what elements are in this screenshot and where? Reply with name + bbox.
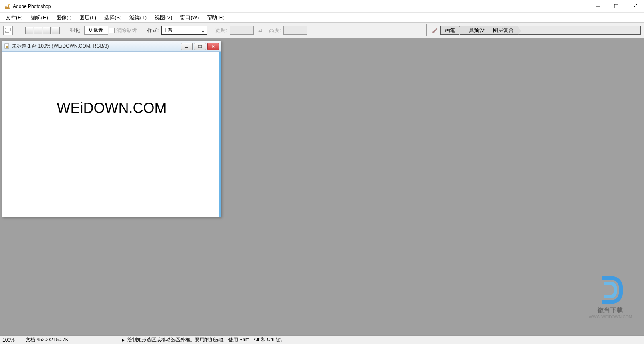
antialias-label: 消除锯齿 [116,27,137,34]
status-hint: ▶ 绘制矩形选区或移动选区外框。要用附加选项，使用 Shift、Alt 和 Ct… [119,336,288,344]
palette-well-icon[interactable] [430,26,440,35]
menu-help[interactable]: 帮助(H) [203,13,228,22]
palette-tab-tool-presets[interactable]: 工具预设 [460,26,489,34]
app-icon [4,3,10,10]
palette-well-tabs: 画笔 工具预设 图层复合 [440,26,641,35]
menu-window[interactable]: 窗口(W) [176,13,203,22]
marquee-tool-icon[interactable] [3,26,13,35]
statusbar: 100% 文档:452.2K/150.7K ▶ 绘制矩形选区或移动选区外框。要用… [0,335,644,344]
watermark-logo-icon [592,272,628,308]
divider [426,24,427,36]
svg-point-0 [8,4,10,5]
antialias-checkbox: 消除锯齿 [109,27,137,34]
divider [21,25,21,36]
document-canvas[interactable]: WEiDOWN.COM [2,52,221,217]
menu-image[interactable]: 图像(I) [52,13,75,22]
document-controls [181,43,219,50]
watermark: 微当下载 WWW.WEIDOWN.COM [589,272,632,319]
palette-tab-layer-comps[interactable]: 图层复合 [489,26,518,34]
optionsbar: ▾ 羽化: 消除锯齿 样式: 正常 ⌄ 宽度: ⇄ 高度: 画笔 工具预设 图层… [0,23,644,38]
svg-rect-7 [6,46,8,48]
svg-rect-5 [6,28,10,33]
maximize-button[interactable] [607,0,626,12]
status-doc-info[interactable]: 文档:452.2K/150.7K [23,336,119,344]
width-label: 宽度: [215,27,227,34]
workspace: 未标题-1 @ 100% (WEiDOWN.COM, RGB/8) WEiDOW… [0,38,644,335]
menubar: 文件(F) 编辑(E) 图像(I) 图层(L) 选择(S) 滤镜(T) 视图(V… [0,13,644,23]
document-icon [4,43,10,50]
minimize-button[interactable] [589,0,607,12]
doc-minimize-button[interactable] [181,43,193,50]
feather-label: 羽化: [70,27,82,34]
menu-layer[interactable]: 图层(L) [75,13,100,22]
height-label: 高度: [269,27,281,34]
menu-file[interactable]: 文件(F) [2,13,27,22]
chevron-down-icon: ⌄ [201,28,205,33]
checkbox-icon [109,28,115,33]
tool-dropdown-icon[interactable]: ▾ [15,28,17,32]
document-window[interactable]: 未标题-1 @ 100% (WEiDOWN.COM, RGB/8) WEiDOW… [2,41,221,217]
style-select[interactable]: 正常 ⌄ [161,26,207,35]
selection-add-button[interactable] [34,27,42,34]
close-button[interactable] [626,0,644,12]
optionsbar-right: 画笔 工具预设 图层复合 [424,24,641,36]
app-title: Adobe Photoshop [13,4,589,9]
canvas-text: WEiDOWN.COM [57,100,167,117]
doc-close-button[interactable] [207,43,219,50]
document-titlebar[interactable]: 未标题-1 @ 100% (WEiDOWN.COM, RGB/8) [2,41,221,52]
height-input [283,26,307,35]
style-label: 样式: [147,27,159,34]
menu-edit[interactable]: 编辑(E) [27,13,52,22]
window-controls [589,0,644,12]
selection-new-button[interactable] [25,27,33,34]
vertical-scrollbar[interactable] [219,52,221,217]
menu-view[interactable]: 视图(V) [151,13,176,22]
swap-icon: ⇄ [257,27,264,34]
svg-rect-9 [198,45,202,48]
titlebar: Adobe Photoshop [0,0,644,13]
selection-mode-group [25,27,60,34]
menu-select[interactable]: 选择(S) [100,13,125,22]
selection-intersect-button[interactable] [52,27,60,34]
doc-maximize-button[interactable] [194,43,206,50]
arrow-icon: ▶ [122,338,125,342]
menu-filter[interactable]: 滤镜(T) [125,13,151,22]
status-zoom[interactable]: 100% [0,336,23,344]
document-title: 未标题-1 @ 100% (WEiDOWN.COM, RGB/8) [12,43,181,50]
width-input [230,26,254,35]
watermark-url: WWW.WEIDOWN.COM [589,315,632,319]
palette-tab-brushes[interactable]: 画笔 [441,26,460,34]
divider [141,25,141,36]
style-value: 正常 [163,27,173,34]
divider [64,25,64,36]
feather-input[interactable] [84,26,108,35]
status-hint-text: 绘制矩形选区或移动选区外框。要用附加选项，使用 Shift、Alt 和 Ctrl… [127,336,285,343]
selection-subtract-button[interactable] [43,27,51,34]
svg-rect-2 [614,4,618,8]
